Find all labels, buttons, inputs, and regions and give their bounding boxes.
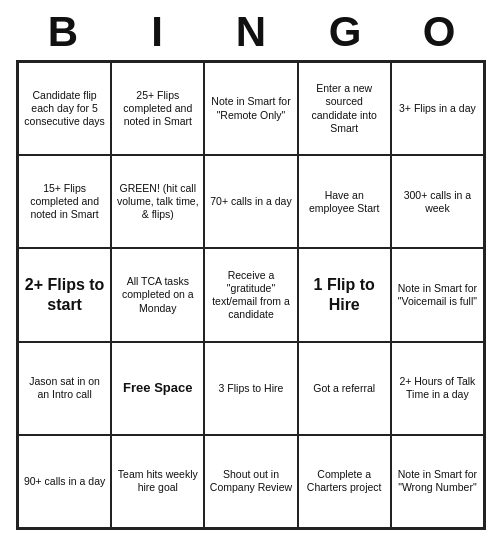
bingo-letter: B — [35, 8, 91, 56]
bingo-cell-r4c2: Free Space — [111, 342, 204, 435]
bingo-cell-r3c2: All TCA tasks completed on a Monday — [111, 248, 204, 341]
bingo-cell-r2c1: 15+ Flips completed and noted in Smart — [18, 155, 111, 248]
bingo-cell-r4c4: Got a referral — [298, 342, 391, 435]
bingo-cell-r3c3: Receive a "gratitude" text/email from a … — [204, 248, 297, 341]
bingo-cell-r1c1: Candidate flip each day for 5 consecutiv… — [18, 62, 111, 155]
bingo-cell-r4c3: 3 Flips to Hire — [204, 342, 297, 435]
bingo-cell-r2c2: GREEN! (hit call volume, talk time, & fl… — [111, 155, 204, 248]
bingo-cell-r3c5: Note in Smart for "Voicemail is full" — [391, 248, 484, 341]
bingo-cell-r3c4: 1 Flip to Hire — [298, 248, 391, 341]
bingo-cell-r1c2: 25+ Flips completed and noted in Smart — [111, 62, 204, 155]
bingo-cell-r4c5: 2+ Hours of Talk Time in a day — [391, 342, 484, 435]
bingo-title: BINGO — [16, 0, 486, 60]
bingo-cell-r3c1: 2+ Flips to start — [18, 248, 111, 341]
bingo-letter: N — [223, 8, 279, 56]
bingo-letter: O — [411, 8, 467, 56]
bingo-cell-r2c3: 70+ calls in a day — [204, 155, 297, 248]
bingo-cell-r5c4: Complete a Charters project — [298, 435, 391, 528]
bingo-letter: G — [317, 8, 373, 56]
bingo-cell-r2c4: Have an employee Start — [298, 155, 391, 248]
bingo-cell-r1c5: 3+ Flips in a day — [391, 62, 484, 155]
bingo-cell-r4c1: Jason sat in on an Intro call — [18, 342, 111, 435]
bingo-grid: Candidate flip each day for 5 consecutiv… — [16, 60, 486, 530]
bingo-letter: I — [129, 8, 185, 56]
bingo-cell-r1c4: Enter a new sourced candidate into Smart — [298, 62, 391, 155]
bingo-cell-r2c5: 300+ calls in a week — [391, 155, 484, 248]
bingo-cell-r5c5: Note in Smart for "Wrong Number" — [391, 435, 484, 528]
bingo-cell-r5c2: Team hits weekly hire goal — [111, 435, 204, 528]
bingo-cell-r5c1: 90+ calls in a day — [18, 435, 111, 528]
bingo-cell-r1c3: Note in Smart for "Remote Only" — [204, 62, 297, 155]
bingo-cell-r5c3: Shout out in Company Review — [204, 435, 297, 528]
